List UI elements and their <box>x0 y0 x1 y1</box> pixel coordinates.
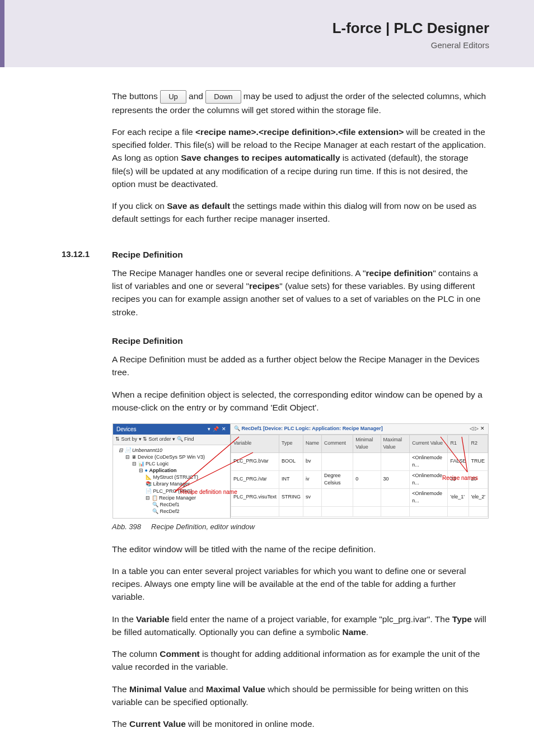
paragraph: The Current Value will be monitored in o… <box>112 717 489 730</box>
tab-nav-controls[interactable]: ◁ ▷ ✕ <box>470 425 485 433</box>
tree-root[interactable]: ⊟ 📄 Unbenannt10 <box>114 447 228 454</box>
devices-toolbar[interactable]: ⇅ Sort by ▾ ⇅ Sort order ▾ 🔍 Find <box>113 435 230 445</box>
annotation-defname: Recipe definition name <box>180 488 237 496</box>
col-variable[interactable]: Variable <box>231 435 279 452</box>
bold-text: Save as default <box>167 201 230 211</box>
paragraph: In the Variable field enter the name of … <box>112 613 489 639</box>
figure-caption: Abb. 398 Recipe Definition, editor windo… <box>112 521 489 533</box>
devices-title-text: Devices <box>116 425 137 433</box>
text: The Recipe Manager handles one or severa… <box>112 268 366 278</box>
col-r2[interactable]: R2 <box>469 435 488 452</box>
caption-text: Recipe Definition, editor window <box>151 522 255 531</box>
tree-device[interactable]: ⊟ 🖥 Device (CoDeSys SP Win V3) <box>114 454 228 460</box>
devices-titlebar: Devices ▾ 📌 ✕ <box>113 424 230 435</box>
section-number: 13.12.1 <box>62 248 112 261</box>
paragraph: If you click on Save as default the sett… <box>112 199 489 226</box>
editor-tab[interactable]: 🔍 RecDef1 [Device: PLC Logic: Applicatio… <box>234 425 383 433</box>
paragraph: The buttons Up and Down may be used to a… <box>112 90 489 116</box>
paragraph: For each recipe a file <recipe name>.<re… <box>112 125 489 190</box>
bold-text: recipes <box>249 281 279 291</box>
bold-text: Save changes to recipes automatically <box>181 153 340 162</box>
col-name[interactable]: Name <box>303 435 322 452</box>
tree-mystruct[interactable]: 📐 MyStruct (STRUCT) <box>114 474 228 480</box>
annotation-recnames: Recipe names <box>442 474 478 482</box>
caption-num: Abb. 398 <box>112 522 141 531</box>
bold-text: recipe definition <box>366 268 433 278</box>
page-subtitle: General Editors <box>0 40 489 50</box>
text: If you click on <box>112 201 167 211</box>
paragraph: The Recipe Manager handles one or severa… <box>112 267 489 319</box>
table-row[interactable]: PLC_PRG.bVarBOOLbv<Onlinemode n...FALSET… <box>231 452 488 470</box>
text: For each recipe a file <box>112 127 195 137</box>
col-curval[interactable]: Current Value <box>410 435 448 452</box>
col-r1[interactable]: R1 <box>448 435 469 452</box>
tree-recdef1[interactable]: 🔍 RecDef1 <box>114 501 228 508</box>
text: The buttons <box>112 91 160 101</box>
tree-libmgr[interactable]: 📚 Library Manager <box>114 480 228 487</box>
panel-controls[interactable]: ▾ 📌 ✕ <box>208 426 227 433</box>
text: and <box>189 91 205 101</box>
col-minval[interactable]: Minimal Value <box>353 435 381 452</box>
bold-text: <recipe name>.<recipe definition>.<file … <box>195 127 404 137</box>
col-comment[interactable]: Comment <box>322 435 353 452</box>
table-row[interactable]: PLC_PRG.visuTextSTRINGsv<Onlinemode n...… <box>231 488 488 506</box>
table-row-empty[interactable] <box>231 506 488 517</box>
up-button[interactable]: Up <box>160 90 186 104</box>
paragraph: In a table you can enter several project… <box>112 564 489 604</box>
page-title: L-force | PLC Designer <box>0 11 489 37</box>
devices-panel: Devices ▾ 📌 ✕ ⇅ Sort by ▾ ⇅ Sort order ▾… <box>113 424 231 518</box>
tree-application[interactable]: ⊟ ● Application <box>114 467 228 474</box>
down-button[interactable]: Down <box>205 90 241 104</box>
paragraph: A Recipe Definition must be added as a f… <box>112 353 489 379</box>
editor-panel: 🔍 RecDef1 [Device: PLC Logic: Applicatio… <box>231 424 488 518</box>
paragraph: When a recipe definition object is selec… <box>112 388 489 414</box>
paragraph: The Minimal Value and Maximal Value whic… <box>112 683 489 709</box>
paragraph: The column Comment is thought for adding… <box>112 647 489 674</box>
search-icon: 🔍 <box>234 426 242 431</box>
col-maxval[interactable]: Maximal Value <box>381 435 410 452</box>
paragraph: The editor window will be titled with th… <box>112 543 489 556</box>
devices-tree[interactable]: ⊟ 📄 Unbenannt10 ⊟ 🖥 Device (CoDeSys SP W… <box>113 445 230 518</box>
figure-editor-window: Devices ▾ 📌 ✕ ⇅ Sort by ▾ ⇅ Sort order ▾… <box>112 423 489 519</box>
sub-heading: Recipe Definition <box>112 334 489 347</box>
tree-recdef2[interactable]: 🔍 RecDef2 <box>114 508 228 515</box>
tree-plclogic[interactable]: ⊟ 📊 PLC Logic <box>114 460 228 467</box>
section-heading: Recipe Definition <box>112 248 183 261</box>
col-type[interactable]: Type <box>279 435 303 452</box>
editor-tabbar: 🔍 RecDef1 [Device: PLC Logic: Applicatio… <box>231 424 488 435</box>
